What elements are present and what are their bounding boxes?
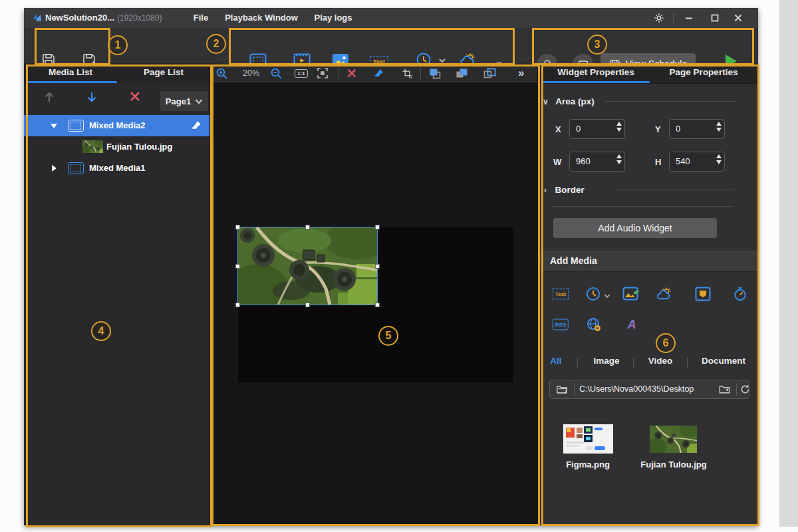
border-section-header[interactable]: › Border bbox=[544, 184, 585, 196]
fujian-tulou-canvas-image bbox=[238, 227, 377, 305]
resize-handle[interactable] bbox=[235, 303, 240, 307]
x-field[interactable]: 0 bbox=[569, 119, 625, 139]
delete-media-icon[interactable] bbox=[129, 90, 141, 102]
refresh-icon[interactable] bbox=[740, 384, 750, 394]
tree-item-fujian-tulou[interactable]: Fujian Tulou.jpg bbox=[24, 136, 209, 158]
add-timer-icon[interactable] bbox=[733, 287, 748, 302]
y-field[interactable]: 0 bbox=[669, 119, 725, 139]
filter-tab-video[interactable]: Video bbox=[648, 356, 673, 366]
file-thumbnail-figma[interactable] bbox=[563, 424, 613, 454]
h-field[interactable]: 540 bbox=[669, 152, 725, 172]
zoom-in-icon[interactable] bbox=[213, 66, 230, 80]
add-media-title: Add Media bbox=[550, 255, 597, 266]
menu-playback-window[interactable]: Playback Window bbox=[225, 13, 298, 23]
resize-handle[interactable] bbox=[305, 303, 310, 307]
area-section-header[interactable]: ∨ Area (px) bbox=[543, 95, 595, 107]
tree-item-label: Mixed Media2 bbox=[89, 120, 146, 130]
active-tab-underline bbox=[542, 81, 650, 83]
resize-handle[interactable] bbox=[375, 225, 380, 229]
add-audio-widget-button[interactable]: Add Audio Widget bbox=[553, 218, 717, 238]
filter-tab-all[interactable]: All bbox=[550, 356, 561, 366]
media-path-bar[interactable]: C:\Users\Nova000435\Desktop bbox=[549, 380, 749, 399]
page-selector-value: Page1 bbox=[166, 96, 191, 106]
tab-page-list[interactable]: Page List bbox=[144, 67, 184, 77]
media-list-controls: Page1 bbox=[24, 83, 209, 112]
move-up-icon[interactable] bbox=[43, 90, 56, 104]
minimize-icon[interactable] bbox=[680, 11, 698, 25]
h-stepper[interactable] bbox=[716, 154, 722, 164]
main-toolbar: Save Save as Mixed Media Video Image bbox=[24, 28, 758, 64]
filter-tab-document[interactable]: Document bbox=[702, 356, 745, 366]
y-stepper[interactable] bbox=[716, 122, 722, 132]
resize-handle[interactable] bbox=[235, 225, 240, 229]
add-streaming-icon[interactable] bbox=[586, 317, 602, 332]
window-resolution: (1920x1080) bbox=[117, 13, 162, 23]
crop-icon[interactable] bbox=[398, 66, 416, 80]
resize-handle[interactable] bbox=[305, 225, 310, 229]
add-clock-icon[interactable] bbox=[586, 287, 601, 302]
w-stepper[interactable] bbox=[616, 154, 622, 164]
file-name-fujian-tulou: Fujian Tulou.jpg bbox=[640, 460, 706, 469]
clear-brush-icon[interactable] bbox=[370, 66, 387, 80]
mixed-media-tree-icon bbox=[68, 120, 84, 132]
file-thumbnail-fujian-tulou[interactable] bbox=[650, 426, 697, 453]
move-down-icon[interactable] bbox=[85, 90, 98, 104]
border-section-title: Border bbox=[555, 185, 584, 195]
layer-order-icon[interactable] bbox=[481, 66, 498, 80]
filter-tab-image[interactable]: Image bbox=[593, 356, 619, 366]
tree-item-label: Fujian Tulou.jpg bbox=[106, 142, 172, 152]
app-window: NewSolution20... (1920x1080) File Playba… bbox=[24, 8, 758, 525]
add-weather-icon[interactable] bbox=[656, 287, 674, 302]
delete-widget-icon[interactable] bbox=[343, 66, 360, 80]
expand-caret-icon[interactable] bbox=[51, 124, 57, 128]
clock-caret-icon[interactable] bbox=[604, 294, 610, 299]
collapse-caret-icon[interactable] bbox=[52, 165, 57, 172]
page-selector-dropdown[interactable]: Page1 bbox=[160, 91, 208, 111]
brush-icon[interactable] bbox=[190, 120, 202, 132]
path-separator bbox=[736, 383, 737, 396]
resize-handle[interactable] bbox=[375, 303, 380, 307]
add-art-text-icon[interactable]: A bbox=[624, 317, 639, 332]
menu-file[interactable]: File bbox=[194, 13, 208, 23]
zoom-out-icon[interactable] bbox=[267, 66, 285, 80]
menu-play-logs[interactable]: Play logs bbox=[314, 13, 352, 23]
add-web-icon[interactable] bbox=[695, 287, 711, 301]
properties-panel: Widget Properties Page Properties ∨ Area… bbox=[539, 63, 758, 525]
media-path-value: C:\Users\Nova000435\Desktop bbox=[579, 384, 716, 394]
media-list-panel: Media List Page List Page1 Mixed Media2 bbox=[24, 63, 211, 525]
gear-icon[interactable] bbox=[650, 11, 668, 25]
w-field[interactable]: 960 bbox=[569, 152, 625, 172]
bring-forward-icon[interactable] bbox=[426, 66, 444, 80]
toolbar-separator bbox=[420, 67, 421, 79]
canvas-more-icon[interactable]: » bbox=[518, 66, 523, 80]
tree-item-mixed-media1[interactable]: Mixed Media1 bbox=[24, 158, 209, 179]
tree-item-mixed-media2[interactable]: Mixed Media2 bbox=[24, 115, 209, 136]
tab-media-list[interactable]: Media List bbox=[49, 67, 92, 77]
edit-stage[interactable] bbox=[238, 227, 513, 382]
tab-widget-properties[interactable]: Widget Properties bbox=[557, 67, 634, 77]
send-backward-icon[interactable] bbox=[453, 66, 470, 80]
actual-size-icon[interactable]: 1:1 bbox=[293, 66, 310, 80]
tab-page-properties[interactable]: Page Properties bbox=[670, 67, 738, 77]
canvas-panel: 20% 1:1 bbox=[211, 63, 539, 525]
titlebar-separator bbox=[673, 13, 674, 23]
fit-screen-icon[interactable] bbox=[314, 66, 331, 80]
folder-add-icon[interactable] bbox=[718, 384, 731, 394]
page-margin-strip bbox=[779, 0, 798, 527]
image-widget-selected[interactable] bbox=[238, 227, 377, 305]
add-text-icon[interactable]: Text bbox=[553, 289, 569, 300]
resize-handle[interactable] bbox=[235, 264, 240, 269]
toolbar-separator bbox=[338, 67, 339, 79]
svg-text:A: A bbox=[627, 318, 636, 331]
x-stepper[interactable] bbox=[616, 122, 622, 132]
filter-separator bbox=[577, 358, 578, 368]
maximize-icon[interactable] bbox=[706, 11, 724, 25]
area-section-title: Area (px) bbox=[555, 96, 595, 106]
resize-handle[interactable] bbox=[375, 264, 380, 269]
add-smart-image-icon[interactable] bbox=[622, 287, 640, 301]
chevron-down-icon bbox=[195, 98, 203, 104]
close-icon[interactable] bbox=[729, 11, 747, 25]
add-rss-icon[interactable]: RSS bbox=[553, 319, 569, 331]
mixed-media-tree-icon bbox=[68, 162, 84, 174]
folder-open-icon[interactable] bbox=[556, 384, 568, 394]
